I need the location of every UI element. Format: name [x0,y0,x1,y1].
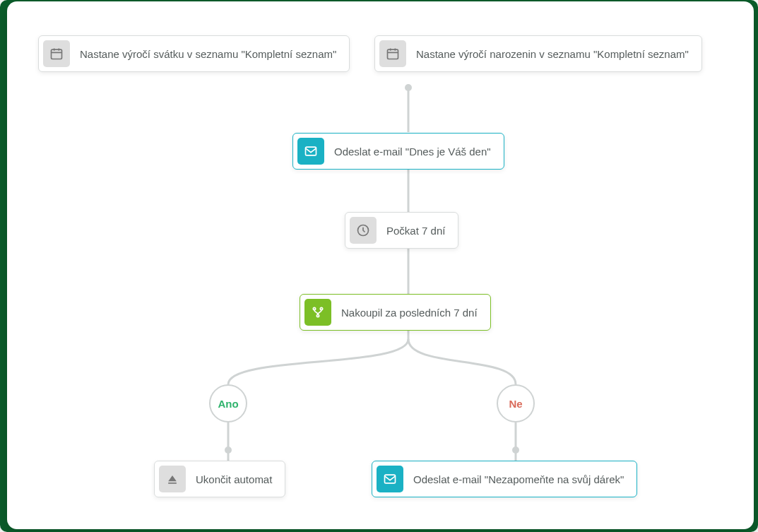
step-label: Ukončit automat [196,473,272,485]
trigger-label: Nastane výročí svátku v seznamu "Komplet… [80,48,336,60]
envelope-icon [297,138,324,165]
step-label: Odeslat e-mail "Nezapomeňte na svůj dáre… [413,473,624,485]
svg-rect-15 [388,49,398,59]
step-label: Nakoupil za posledních 7 dní [341,307,478,319]
step-end-automation[interactable]: Ukončit automat [154,461,285,497]
calendar-icon [43,40,70,67]
step-label: Počkat 7 dní [386,225,445,237]
branch-label: Ano [218,398,238,410]
step-condition-purchased[interactable]: Nakoupil za posledních 7 dní [300,294,491,331]
svg-point-6 [225,447,232,454]
branch-label: Ne [509,398,522,410]
trigger-label: Nastane výročí narozenin v seznamu "Komp… [416,48,689,60]
svg-rect-11 [52,49,62,59]
svg-point-9 [512,447,519,454]
trigger-holiday-anniversary[interactable]: Nastane výročí svátku v seznamu "Komplet… [38,35,350,72]
eject-icon [159,466,186,492]
step-wait[interactable]: Počkat 7 dní [345,212,458,249]
calendar-icon [379,40,406,67]
branch-no[interactable]: Ne [497,384,535,422]
envelope-icon [377,466,403,492]
svg-rect-24 [168,483,177,484]
svg-rect-19 [306,147,316,155]
branch-yes[interactable]: Ano [209,384,247,422]
connector-lines [7,1,754,529]
trigger-birthday-anniversary[interactable]: Nastane výročí narozenin v seznamu "Komp… [374,35,702,72]
svg-point-22 [320,307,322,309]
svg-point-23 [316,314,319,317]
clock-icon [350,217,377,244]
automation-canvas: Nastane výročí svátku v seznamu "Komplet… [7,1,754,529]
svg-point-0 [405,84,412,91]
branch-icon [304,299,331,326]
svg-rect-25 [385,475,396,483]
step-send-today-email[interactable]: Odeslat e-mail "Dnes je Váš den" [292,133,504,170]
step-label: Odeslat e-mail "Dnes je Váš den" [334,146,491,158]
step-send-reminder-email[interactable]: Odeslat e-mail "Nezapomeňte na svůj dáre… [372,461,637,497]
svg-point-21 [313,307,315,309]
